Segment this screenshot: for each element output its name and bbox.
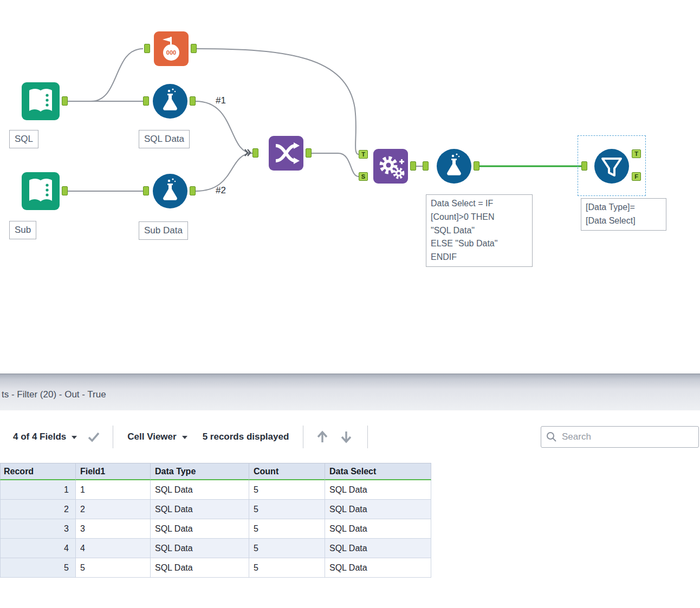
checkmark-icon[interactable]: [87, 430, 101, 443]
record-cell[interactable]: 5: [0, 558, 76, 578]
table-row: 4 4 SQL Data 5 SQL Data: [0, 539, 431, 558]
search-icon: [546, 431, 558, 443]
count-cell[interactable]: 5: [249, 519, 325, 539]
output-anchor-filter-true[interactable]: T: [632, 149, 641, 158]
connection-union-to-macro-s[interactable]: [312, 153, 359, 176]
column-header-field1[interactable]: Field1: [76, 463, 151, 480]
data-type-cell[interactable]: SQL Data: [151, 500, 249, 519]
output-anchor-count[interactable]: [191, 44, 197, 53]
input-anchor-macro-t[interactable]: T: [359, 150, 368, 159]
output-anchor-sql[interactable]: [62, 96, 68, 106]
data-type-cell[interactable]: SQL Data: [151, 519, 249, 539]
table-row: 5 5 SQL Data 5 SQL Data: [0, 558, 431, 578]
search-input[interactable]: [562, 432, 686, 442]
filter-icon: [594, 149, 629, 184]
field1-cell[interactable]: 5: [76, 558, 151, 578]
formula-icon: [437, 149, 471, 184]
data-select-cell[interactable]: SQL Data: [325, 519, 431, 539]
input-data-icon: [22, 172, 60, 210]
tool-count-records[interactable]: 000: [154, 31, 189, 66]
field1-cell[interactable]: 3: [76, 519, 151, 539]
data-select-cell[interactable]: SQL Data: [325, 500, 431, 519]
input-anchor-union[interactable]: [252, 148, 258, 158]
toolbar-separator: [113, 426, 113, 448]
data-select-cell[interactable]: SQL Data: [325, 558, 431, 578]
input-anchor-filter[interactable]: [581, 161, 587, 171]
count-cell[interactable]: 5: [249, 480, 325, 500]
record-cell[interactable]: 2: [0, 500, 76, 519]
connection-label-1: #1: [216, 95, 226, 106]
data-type-cell[interactable]: SQL Data: [151, 558, 249, 578]
data-type-cell[interactable]: SQL Data: [151, 539, 249, 558]
input-anchor-count[interactable]: [144, 44, 150, 53]
table-header-row: Record Field1 Data Type Count Data Selec…: [0, 463, 431, 480]
cell-viewer-label: Cell Viewer: [127, 432, 176, 442]
output-anchor-sub[interactable]: [62, 186, 68, 195]
tool-annotation-sub[interactable]: Sub: [9, 221, 36, 239]
input-anchor-formula-select[interactable]: [423, 161, 429, 171]
results-title: ts - Filter (20) - Out - True: [2, 389, 106, 400]
tool-annotation-sql[interactable]: SQL: [9, 130, 38, 148]
tool-formula-sub-data[interactable]: [153, 174, 187, 208]
toolbar-separator: [303, 426, 303, 448]
tool-input-data-sub[interactable]: [22, 172, 60, 210]
records-displayed-text: 5 records displayed: [203, 432, 289, 442]
input-anchor-formula-sql[interactable]: [143, 96, 149, 106]
alteryx-window: SQL Sub 000: [0, 0, 700, 608]
connection-formula-sql-to-union[interactable]: [196, 101, 252, 153]
data-select-cell[interactable]: SQL Data: [325, 480, 431, 500]
record-cell[interactable]: 3: [0, 519, 76, 539]
tool-formula-sql-data[interactable]: [153, 84, 187, 119]
results-header: ts - Filter (20) - Out - True: [0, 374, 700, 410]
record-cell[interactable]: 4: [0, 539, 76, 558]
record-cell[interactable]: 1: [0, 480, 76, 500]
field1-cell[interactable]: 2: [76, 500, 151, 519]
output-anchor-formula-select[interactable]: [474, 161, 479, 171]
table-row: 1 1 SQL Data 5 SQL Data: [0, 480, 431, 500]
input-anchor-macro-s[interactable]: S: [359, 172, 368, 181]
tool-union[interactable]: [269, 136, 303, 171]
tool-filter[interactable]: [594, 149, 629, 184]
cell-viewer-dropdown[interactable]: Cell Viewer: [127, 432, 187, 442]
count-cell[interactable]: 5: [249, 500, 325, 519]
output-anchor-filter-false[interactable]: F: [632, 172, 641, 181]
results-table: Record Field1 Data Type Count Data Selec…: [0, 463, 431, 578]
chevron-down-icon: [182, 436, 187, 439]
workflow-canvas[interactable]: SQL Sub 000: [0, 0, 700, 374]
search-box[interactable]: [541, 426, 699, 448]
data-type-cell[interactable]: SQL Data: [151, 480, 249, 500]
column-header-record[interactable]: Record: [0, 463, 76, 480]
tool-annotation-formula-select[interactable]: Data Select = IF [Count]>0 THEN "SQL Dat…: [426, 194, 533, 267]
tool-annotation-filter[interactable]: [Data Type]= [Data Select]: [581, 198, 666, 231]
field1-cell[interactable]: 1: [76, 480, 151, 500]
table-row: 3 3 SQL Data 5 SQL Data: [0, 519, 431, 539]
output-anchor-formula-sub[interactable]: [190, 186, 196, 195]
tool-annotation-sql-data[interactable]: SQL Data: [139, 130, 190, 148]
fields-dropdown[interactable]: 4 of 4 Fields: [13, 432, 77, 442]
count-cell[interactable]: 5: [249, 558, 325, 578]
tool-annotation-sub-data[interactable]: Sub Data: [139, 221, 188, 240]
tool-macro[interactable]: [373, 149, 408, 184]
stacked-input-icon: [244, 148, 251, 160]
chevron-down-icon: [72, 436, 77, 439]
arrow-down-icon[interactable]: [339, 429, 353, 444]
field1-cell[interactable]: 4: [76, 539, 151, 558]
fields-dropdown-label: 4 of 4 Fields: [13, 432, 66, 442]
data-select-cell[interactable]: SQL Data: [325, 539, 431, 558]
column-header-count[interactable]: Count: [249, 463, 325, 480]
output-anchor-formula-sql[interactable]: [190, 96, 196, 106]
arrow-up-icon[interactable]: [315, 429, 329, 444]
count-cell[interactable]: 5: [249, 539, 325, 558]
toolbar-separator: [367, 426, 368, 448]
macro-gears-icon: [373, 149, 408, 184]
input-anchor-formula-sub[interactable]: [143, 186, 149, 195]
formula-icon: [153, 84, 187, 119]
column-header-data-select[interactable]: Data Select: [325, 463, 431, 480]
output-anchor-macro[interactable]: [410, 161, 416, 171]
formula-icon: [153, 174, 187, 208]
connection-sql-to-count[interactable]: [68, 49, 143, 101]
output-anchor-union[interactable]: [306, 148, 312, 158]
column-header-data-type[interactable]: Data Type: [151, 463, 249, 480]
tool-formula-data-select[interactable]: [437, 149, 471, 184]
tool-input-data-sql[interactable]: [22, 82, 60, 120]
